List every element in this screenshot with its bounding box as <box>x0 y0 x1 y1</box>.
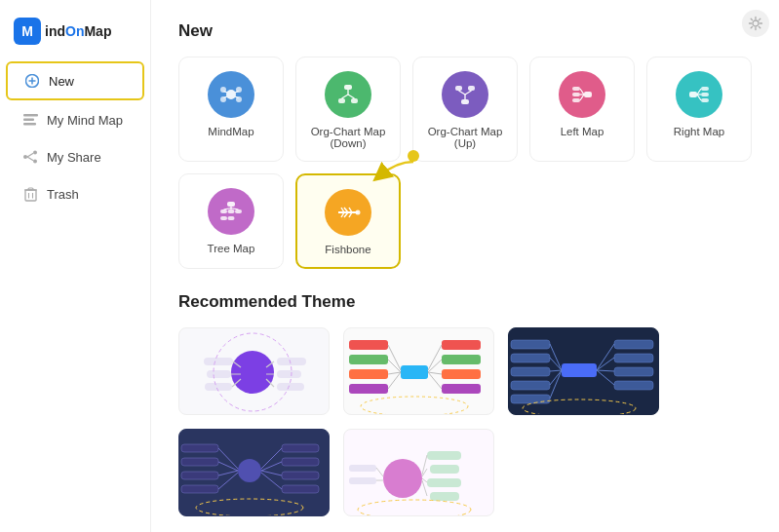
svg-rect-114 <box>614 367 653 376</box>
svg-rect-84 <box>349 340 388 350</box>
map-card-mindmap[interactable]: MindMap <box>178 57 284 162</box>
theme-card-1[interactable] <box>178 327 330 415</box>
svg-point-69 <box>231 351 274 394</box>
svg-line-150 <box>376 468 383 476</box>
svg-rect-26 <box>338 98 345 103</box>
svg-rect-25 <box>344 85 352 90</box>
sidebar-item-myshare[interactable]: My Share <box>6 139 144 174</box>
svg-rect-148 <box>349 465 376 472</box>
svg-line-134 <box>261 448 282 469</box>
svg-rect-3 <box>23 114 38 117</box>
svg-line-59 <box>231 209 239 210</box>
svg-rect-5 <box>23 123 36 126</box>
svg-point-139 <box>383 459 422 498</box>
svg-line-58 <box>224 209 232 210</box>
svg-rect-11 <box>25 190 36 201</box>
theme4-preview <box>179 430 330 516</box>
svg-point-7 <box>33 160 37 164</box>
recommended-section-title: Recommended Theme <box>178 292 752 312</box>
treemap-icon <box>208 188 254 235</box>
svg-rect-32 <box>455 86 462 91</box>
svg-line-108 <box>550 358 562 370</box>
theme2-preview <box>344 328 494 415</box>
trash-icon <box>21 185 39 203</box>
mindmap-label: MindMap <box>208 126 253 137</box>
svg-rect-13 <box>28 188 33 190</box>
svg-rect-101 <box>562 363 597 377</box>
sidebar-item-mymindmap[interactable]: My Mind Map <box>6 102 144 137</box>
svg-rect-105 <box>511 381 550 390</box>
svg-rect-4 <box>23 119 34 122</box>
svg-line-90 <box>388 372 401 374</box>
svg-rect-83 <box>401 365 428 379</box>
settings-button[interactable] <box>742 10 769 37</box>
svg-rect-142 <box>427 478 461 487</box>
svg-line-119 <box>597 370 614 385</box>
svg-rect-86 <box>349 369 388 379</box>
map-card-orgchartdown[interactable]: Org-Chart Map (Down) <box>295 57 401 162</box>
svg-line-118 <box>597 370 614 371</box>
svg-rect-38 <box>572 87 580 91</box>
sidebar-item-trash[interactable]: Trash <box>6 176 144 211</box>
new-icon <box>23 72 41 90</box>
svg-rect-76 <box>204 358 233 365</box>
map-card-leftmap[interactable]: Left Map <box>529 57 635 162</box>
theme3-preview <box>509 328 659 415</box>
svg-line-35 <box>459 91 466 95</box>
theme-card-5[interactable] <box>343 429 494 516</box>
svg-line-98 <box>428 372 442 374</box>
svg-rect-112 <box>614 340 653 349</box>
map-card-treemap[interactable]: Tree Map <box>178 173 284 269</box>
svg-rect-31 <box>461 99 469 104</box>
svg-rect-130 <box>282 444 319 452</box>
svg-line-48 <box>697 89 701 95</box>
new-section-title: New <box>178 21 752 41</box>
svg-point-68 <box>356 210 361 215</box>
theme-card-2[interactable] <box>343 327 494 415</box>
svg-rect-132 <box>282 472 319 479</box>
leftmap-label: Left Map <box>561 126 604 137</box>
orgchartup-label: Org-Chart Map (Up) <box>423 126 507 149</box>
svg-line-144 <box>422 455 427 475</box>
orgchartdown-icon <box>325 71 371 118</box>
fishbone-icon <box>325 189 371 236</box>
map-card-fishbone[interactable]: Fishbone <box>295 173 401 269</box>
map-card-orgchartup[interactable]: Org-Chart Map (Up) <box>412 57 518 162</box>
svg-rect-47 <box>701 98 709 102</box>
svg-rect-44 <box>689 92 697 97</box>
svg-rect-94 <box>442 369 481 379</box>
svg-point-60 <box>408 150 419 162</box>
fishbone-label: Fishbone <box>325 244 370 255</box>
svg-line-111 <box>550 370 562 399</box>
svg-point-16 <box>226 90 236 99</box>
svg-line-91 <box>388 372 401 389</box>
theme-card-4[interactable] <box>178 429 330 516</box>
svg-line-29 <box>342 95 349 98</box>
rightmap-label: Right Map <box>674 126 724 137</box>
svg-rect-141 <box>430 465 459 474</box>
svg-line-109 <box>550 370 562 371</box>
svg-rect-72 <box>277 383 304 391</box>
sidebar-item-new[interactable]: New <box>6 61 144 100</box>
svg-rect-143 <box>430 492 459 501</box>
svg-line-126 <box>218 448 238 469</box>
map-grid: MindMap Org-Chart Map (Down) Org-Chart M… <box>178 57 752 269</box>
svg-rect-33 <box>468 86 475 91</box>
svg-rect-123 <box>181 458 218 466</box>
svg-rect-122 <box>181 444 218 452</box>
main-content: New MindMap Org-Chart Map (Down) Org-Cha… <box>151 0 779 532</box>
svg-rect-92 <box>442 340 481 350</box>
theme-card-3[interactable] <box>508 327 659 415</box>
svg-rect-53 <box>228 209 235 213</box>
svg-rect-27 <box>351 98 358 103</box>
theme5-preview <box>344 430 494 516</box>
svg-rect-46 <box>701 93 709 96</box>
new-label: New <box>49 74 74 89</box>
rightmap-icon <box>676 71 722 118</box>
map-card-rightmap[interactable]: Right Map <box>646 57 752 162</box>
svg-line-9 <box>27 153 33 157</box>
svg-point-138 <box>196 499 303 516</box>
svg-rect-95 <box>442 384 481 394</box>
mymindmap-label: My Mind Map <box>47 113 123 128</box>
logo: M indOnMap <box>0 10 150 60</box>
